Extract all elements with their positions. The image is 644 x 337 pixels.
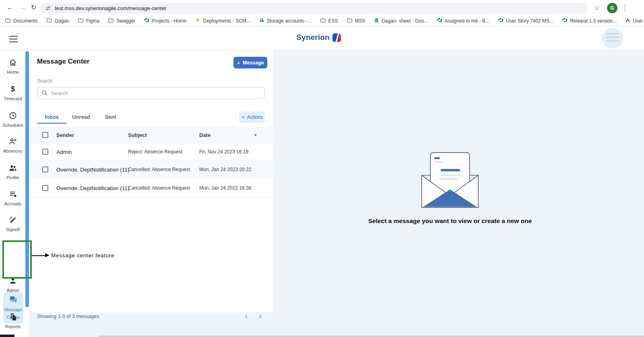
pen-icon bbox=[0, 215, 26, 225]
expo-caret-icon bbox=[625, 17, 630, 25]
sidebar-item-reports[interactable]: Reports bbox=[0, 312, 26, 329]
user-avatar[interactable] bbox=[602, 28, 623, 49]
tab-inbox[interactable]: Inbox bbox=[37, 111, 66, 124]
row-checkbox[interactable] bbox=[42, 166, 48, 172]
bookmark-figma[interactable]: Figma bbox=[78, 17, 99, 25]
bookmark-deployments[interactable]: Deployments - SCM... bbox=[195, 17, 250, 25]
bookmark-star-icon[interactable]: ☆ bbox=[594, 4, 600, 12]
bookmark-projects-home[interactable]: Projects - Home bbox=[144, 17, 186, 25]
empty-state-message: Select a message you want to view or cre… bbox=[321, 217, 579, 225]
annotation-arrow-head-icon bbox=[45, 253, 50, 257]
tab-bar: Inbox Unread Sent bbox=[37, 111, 125, 124]
annotation-arrow-line bbox=[32, 255, 45, 256]
row-checkbox[interactable] bbox=[42, 185, 48, 191]
bookmark-storage-accounts[interactable]: Storage accounts -... bbox=[259, 17, 312, 25]
page-title: Message Center bbox=[37, 58, 89, 66]
bookmark-ess[interactable]: ESS bbox=[320, 17, 338, 25]
back-icon[interactable]: ← bbox=[6, 3, 14, 12]
person-remove-icon bbox=[0, 137, 26, 147]
bookmark-assigned-to-me[interactable]: Assigned to me - B... bbox=[437, 17, 489, 25]
svg-text:$: $ bbox=[11, 85, 15, 93]
site-settings-icon[interactable] bbox=[45, 5, 51, 11]
home-icon bbox=[0, 58, 26, 68]
search-label: Search bbox=[37, 78, 52, 84]
search-box[interactable] bbox=[37, 87, 265, 99]
pagination-summary: Showing 1-3 of 3 messages bbox=[37, 314, 99, 319]
browser-toolbar: ← → ↻ test.mss.dev.synerionagile.com/mes… bbox=[0, 0, 644, 16]
plus-icon: + bbox=[237, 59, 240, 66]
url-text: test.mss.dev.synerionagile.com/message-c… bbox=[55, 5, 166, 11]
table-row[interactable]: Override, DeptNotification (11) Cancelle… bbox=[29, 160, 273, 179]
column-subject[interactable]: Subject bbox=[128, 132, 147, 138]
sidebar-item-signoff[interactable]: Signoff bbox=[0, 215, 26, 232]
sidebar-scrollbar[interactable] bbox=[25, 51, 29, 307]
bookmarks-bar: Documents Gagan Figma Swagger Projects -… bbox=[0, 16, 644, 26]
sidebar-item-profile[interactable]: Profile bbox=[0, 163, 26, 180]
annotation-label: Message center feature bbox=[51, 252, 114, 258]
browser-menu-icon[interactable]: ⋮ bbox=[621, 4, 628, 12]
azure-devops-icon bbox=[562, 17, 568, 25]
reload-icon[interactable]: ↻ bbox=[31, 4, 36, 11]
table-row[interactable]: Override, DeptNotification (11) Cancelle… bbox=[29, 179, 273, 197]
sort-caret-icon[interactable]: ▾ bbox=[254, 132, 257, 138]
folder-icon bbox=[5, 17, 11, 25]
people-icon bbox=[0, 163, 26, 173]
table-row[interactable]: Admin Reject: Absence Request Fri, Nov 2… bbox=[29, 143, 273, 160]
folder-icon bbox=[320, 17, 326, 25]
app-header: Synerion bbox=[0, 26, 644, 50]
sidebar-item-schedules[interactable]: Schedules bbox=[0, 111, 26, 128]
chevron-left-icon[interactable]: ‹ bbox=[245, 311, 248, 320]
browser-profile-avatar[interactable]: G bbox=[607, 3, 617, 13]
actions-button[interactable]: Actions bbox=[239, 112, 265, 123]
synerion-logo-mark-icon bbox=[332, 33, 341, 42]
bookmark-mss[interactable]: MSS bbox=[347, 17, 365, 25]
bookmark-gagan[interactable]: Gagan bbox=[46, 17, 69, 25]
select-all-checkbox[interactable] bbox=[42, 132, 48, 138]
forward-icon[interactable]: → bbox=[19, 3, 26, 12]
sidebar: Home $ Timecard Schedules Absences Profi… bbox=[0, 50, 29, 337]
person-icon bbox=[0, 276, 26, 286]
clock-icon bbox=[0, 111, 26, 121]
tab-sent[interactable]: Sent bbox=[96, 111, 125, 124]
documents-icon bbox=[0, 312, 26, 322]
window-edge-dark bbox=[0, 335, 14, 337]
envelope-illustration bbox=[419, 150, 481, 211]
hamburger-menu-icon[interactable] bbox=[9, 36, 18, 44]
sidebar-item-admin[interactable]: Admin bbox=[0, 276, 26, 293]
search-input[interactable] bbox=[51, 90, 260, 96]
search-icon bbox=[41, 90, 48, 96]
column-date[interactable]: Date bbox=[199, 132, 211, 138]
folder-icon bbox=[46, 17, 52, 25]
sidebar-item-accruals[interactable]: Accruals bbox=[0, 190, 26, 206]
bookmark-gagan-sheet[interactable]: Gagan- sheet - Goo... bbox=[374, 17, 428, 25]
list-building-icon bbox=[0, 190, 26, 199]
logo-text: Synerion bbox=[296, 33, 330, 42]
bookmark-user-settings-expo[interactable]: User settings — Expo bbox=[625, 17, 644, 25]
synerion-logo: Synerion bbox=[296, 33, 341, 42]
new-message-button[interactable]: + Message bbox=[233, 57, 267, 68]
dollar-icon: $ bbox=[0, 85, 26, 94]
azure-devops-icon bbox=[437, 17, 442, 25]
bookmark-swagger[interactable]: Swagger bbox=[108, 17, 135, 25]
spark-icon bbox=[195, 17, 200, 25]
folder-icon bbox=[108, 17, 114, 25]
sidebar-item-home[interactable]: Home bbox=[0, 58, 26, 74]
sidebar-item-absences[interactable]: Absences bbox=[0, 137, 26, 153]
message-center-panel: Message Center + Message Search Inbox Un… bbox=[29, 50, 273, 312]
column-sender[interactable]: Sender bbox=[56, 132, 74, 138]
address-bar[interactable]: test.mss.dev.synerionagile.com/message-c… bbox=[40, 3, 588, 14]
azure-devops-icon bbox=[144, 17, 149, 25]
folder-icon bbox=[347, 17, 353, 25]
chevron-right-icon[interactable]: › bbox=[259, 311, 262, 320]
sheets-icon bbox=[374, 17, 379, 25]
sidebar-item-timecard[interactable]: $ Timecard bbox=[0, 85, 26, 101]
chevron-down-icon bbox=[241, 115, 245, 119]
tab-unread[interactable]: Unread bbox=[66, 111, 96, 124]
table-header: Sender Subject Date ▾ bbox=[29, 127, 273, 143]
bookmark-release[interactable]: Release 1.3 version... bbox=[562, 17, 617, 25]
row-checkbox[interactable] bbox=[42, 149, 48, 155]
bookmark-documents[interactable]: Documents bbox=[5, 17, 38, 25]
bookmark-user-story[interactable]: User Story 7402 MS... bbox=[498, 17, 553, 25]
browser-window: ← → ↻ test.mss.dev.synerionagile.com/mes… bbox=[0, 0, 644, 337]
folder-icon bbox=[78, 17, 84, 25]
